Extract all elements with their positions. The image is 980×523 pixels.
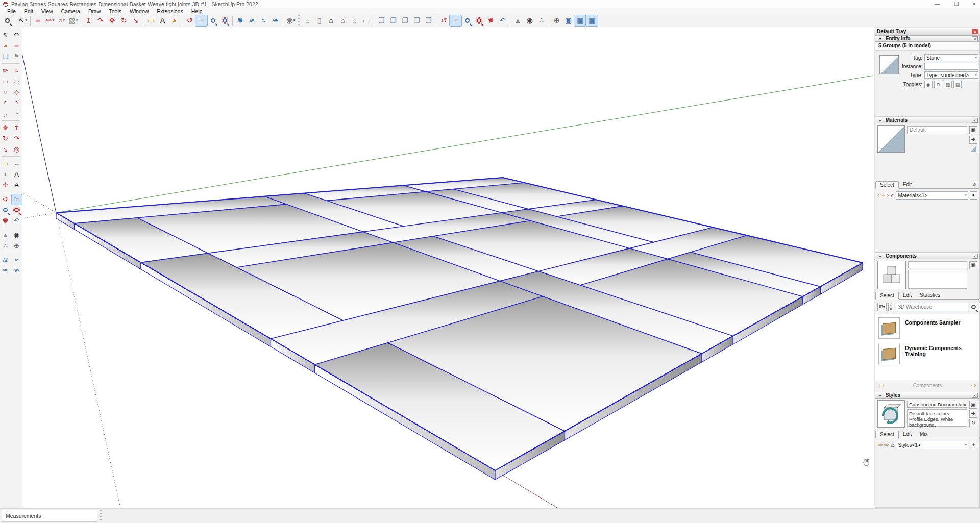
menu-extensions[interactable]: Extensions: [153, 8, 187, 14]
previous-view-button[interactable]: ↶: [497, 15, 508, 26]
zoom-window-tool-button[interactable]: [12, 205, 22, 215]
dropdown-caret-icon[interactable]: ▾: [52, 18, 54, 22]
component-name-field[interactable]: [908, 261, 967, 268]
tab-statistics[interactable]: Statistics: [916, 292, 944, 299]
rotate-tool-button[interactable]: ↻: [118, 15, 130, 26]
text-tool-button[interactable]: A: [157, 15, 168, 26]
tab-edit[interactable]: Edit: [899, 431, 916, 438]
components-header[interactable]: ▼ Components ✕: [875, 253, 980, 259]
locked-toggle-icon[interactable]: ⊓: [934, 81, 942, 88]
line-tool-button[interactable]: ✏: [1, 66, 11, 76]
scale-tool-button[interactable]: ↘: [1, 144, 11, 155]
menu-view[interactable]: View: [37, 8, 57, 14]
dropdown-caret-icon[interactable]: ▾: [293, 18, 295, 22]
tag-dropdown[interactable]: Stone ▾: [924, 54, 978, 61]
zoom-extents-tool-button[interactable]: ✺: [234, 15, 246, 26]
dropdown-caret-icon[interactable]: ▾: [25, 18, 27, 22]
eyedropper-icon[interactable]: ✐: [972, 182, 977, 188]
model-house-3d-button[interactable]: ⌂: [302, 15, 313, 26]
component-collection-item[interactable]: Dynamic Components Training: [877, 342, 977, 365]
offset-tool-button[interactable]: ◎: [12, 144, 22, 155]
tab-select[interactable]: Select: [875, 292, 899, 300]
selection-box-tool-button[interactable]: ❑: [1, 52, 11, 62]
forward-arrow-icon[interactable]: ⇨: [971, 382, 976, 389]
materials-collection-dropdown[interactable]: Materials<1> ▾: [896, 191, 968, 200]
model-shed-button[interactable]: ▭: [360, 15, 372, 26]
materials-header[interactable]: ▼ Materials ✕: [875, 117, 980, 123]
viewport[interactable]: [22, 27, 874, 508]
model-box-button[interactable]: ▯: [313, 15, 325, 26]
section-close-icon[interactable]: ✕: [972, 36, 978, 41]
zoom-tool-2-button[interactable]: [461, 15, 473, 26]
axes-tool-button[interactable]: ✢: [1, 180, 11, 190]
line-tool-button[interactable]: ✏▾: [44, 15, 56, 26]
walk-tool-button[interactable]: ∴: [535, 15, 547, 26]
model-home-button[interactable]: ⌂: [325, 15, 337, 26]
interact-tool-button[interactable]: ❐: [376, 15, 387, 26]
display-section-planes-button[interactable]: ≈: [258, 15, 270, 26]
close-button[interactable]: ✕: [967, 0, 980, 8]
cast-shadows-toggle-icon[interactable]: ▧: [944, 81, 952, 88]
rotate-tool-button[interactable]: ↻: [1, 134, 11, 144]
tab-mix[interactable]: Mix: [916, 431, 932, 438]
circle-tool-button[interactable]: ○: [1, 87, 11, 97]
display-section-planes-button[interactable]: ≈: [12, 255, 22, 265]
previous-view-button[interactable]: ↶: [12, 216, 22, 226]
zoom-extents-tool-button[interactable]: ✺: [1, 216, 11, 226]
turn-around-view-button[interactable]: ⊕: [551, 15, 562, 26]
move-tool-button[interactable]: ✥: [106, 15, 118, 26]
zoom-tool-button[interactable]: [1, 205, 11, 215]
type-dropdown[interactable]: Type: <undefined> ▾: [924, 71, 978, 79]
style-name-field[interactable]: Construction Documentation Sty: [907, 401, 967, 408]
section-close-icon[interactable]: ✕: [972, 254, 978, 259]
turn-around-view-button[interactable]: ⊕: [12, 241, 22, 251]
walk-tool-button[interactable]: ∴: [1, 241, 11, 251]
push-pull-tool-button[interactable]: ↥: [12, 123, 22, 133]
home-button[interactable]: ⌂ ▾: [888, 303, 894, 311]
sign-in-avatar-button[interactable]: ◉▾: [285, 15, 297, 26]
in-model-icon[interactable]: ➧: [970, 441, 977, 449]
component-description-field[interactable]: [908, 270, 967, 289]
three-point-arc-tool-button[interactable]: ◞: [1, 109, 11, 119]
two-point-arc-tool-button[interactable]: ◝: [12, 98, 22, 108]
maximize-button[interactable]: ❐: [949, 0, 964, 8]
select-tool-button[interactable]: ↖▾: [17, 15, 29, 26]
instance-input[interactable]: [924, 63, 978, 70]
circle-tool-button[interactable]: ○▾: [56, 15, 67, 26]
component-options-button[interactable]: ❐: [387, 15, 399, 26]
secondary-pane-icon[interactable]: ▣: [969, 261, 977, 269]
xray-mode-button[interactable]: ▣: [574, 15, 586, 26]
tab-edit[interactable]: Edit: [899, 292, 916, 299]
section-plane-tool-button[interactable]: ≋: [246, 15, 258, 26]
text-tool-button[interactable]: A: [12, 169, 22, 180]
component-training-button[interactable]: ❐: [423, 15, 434, 26]
rectangle-tool-button[interactable]: ▧▾: [67, 15, 79, 26]
receive-shadows-toggle-icon[interactable]: ▤: [953, 81, 962, 88]
paint-bucket-tool-button[interactable]: ◕: [1, 41, 11, 51]
polygon-tool-button[interactable]: ◇: [12, 87, 22, 97]
position-camera-tool-button[interactable]: ▲: [1, 230, 11, 240]
model-house-roof-button[interactable]: ⌂: [337, 15, 349, 26]
pan-tool-2-button[interactable]: ☞: [450, 15, 461, 26]
eraser-tool-button[interactable]: ▰: [32, 15, 44, 26]
menu-edit[interactable]: Edit: [20, 8, 37, 14]
dropdown-caret-icon[interactable]: ▾: [63, 18, 65, 22]
hidden-toggle-icon[interactable]: ◉: [924, 81, 933, 88]
styles-header[interactable]: ▼ Styles ✕: [875, 392, 980, 399]
zoom-window-tool-2-button[interactable]: [473, 15, 485, 26]
forward-arrow-icon[interactable]: ⇨: [884, 441, 889, 449]
home-icon[interactable]: ⌂: [891, 192, 894, 199]
menu-file[interactable]: File: [3, 8, 20, 14]
lasso-tool-button[interactable]: ◠: [12, 30, 22, 40]
3d-text-tool-button[interactable]: A: [12, 180, 22, 190]
dimension-tool-button[interactable]: ↔: [12, 159, 22, 169]
menu-draw[interactable]: Draw: [84, 8, 105, 14]
in-model-icon[interactable]: ➧: [970, 191, 977, 200]
menu-tools[interactable]: Tools: [105, 8, 126, 14]
section-plane-tool-button[interactable]: ≋: [1, 255, 11, 265]
pan-tool-button[interactable]: ☞: [195, 15, 207, 26]
home-icon[interactable]: ⌂: [891, 441, 894, 449]
tray-close-icon[interactable]: ✕: [972, 29, 978, 34]
back-arrow-icon[interactable]: ⇦: [878, 382, 884, 389]
protractor-tool-button[interactable]: ◗: [1, 169, 11, 180]
